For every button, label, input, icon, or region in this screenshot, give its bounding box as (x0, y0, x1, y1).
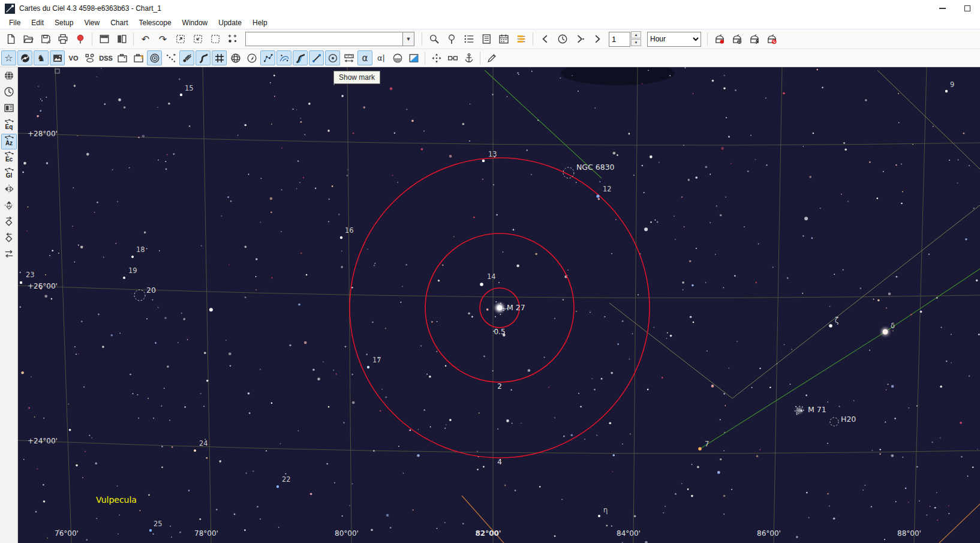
limiting-magnitude-button[interactable] (224, 31, 241, 47)
time-step-unit-select[interactable]: Hour (647, 32, 701, 47)
ccd-exposure-button[interactable] (131, 50, 146, 65)
telescope-track-button[interactable] (746, 31, 762, 47)
ccd-frame-button[interactable] (115, 50, 130, 65)
time-step-decrement[interactable]: ▼ (631, 39, 641, 46)
svg-text:δ: δ (891, 322, 895, 330)
coords-equatorial-button[interactable]: Eq (1, 118, 17, 133)
svg-text:η: η (603, 506, 608, 514)
print-button[interactable] (55, 31, 71, 47)
sky-chart[interactable]: 0.524M 27NGC 6830M 71H202015913121618192… (18, 67, 980, 543)
show-nebula-outlines-button[interactable]: ♞ (34, 50, 49, 65)
named-stars[interactable]: 15913121618192314172422257ζδη (20, 80, 955, 532)
coords-galactic-button[interactable]: Gl (1, 166, 17, 182)
maximize-button[interactable] (955, 0, 980, 17)
menu-telescope[interactable]: Telescope (134, 17, 177, 28)
const-art-icon (279, 53, 290, 64)
coords-alt-azimuth-button[interactable]: Az (1, 134, 17, 149)
night-vision-button[interactable] (406, 50, 421, 65)
edit-chart-button[interactable] (484, 50, 499, 65)
lock-on-object-button[interactable] (445, 50, 460, 65)
coords-ecliptic-button[interactable]: Ec (1, 150, 17, 166)
menu-view[interactable]: View (79, 17, 105, 28)
show-milky-way-fill-button[interactable] (293, 50, 308, 65)
show-planets-button[interactable] (147, 50, 162, 65)
chart-configuration-button[interactable] (1, 101, 17, 117)
edit-labels-button[interactable]: α| (374, 50, 389, 65)
show-nebulae-button[interactable] (17, 50, 32, 65)
zoom-in-selection-button[interactable] (190, 31, 206, 47)
twilight-diagram-button[interactable] (513, 31, 529, 47)
time-set-now-button[interactable] (554, 31, 570, 47)
opaque-horizon-button[interactable] (390, 50, 405, 65)
svg-text:+26°00': +26°00' (28, 282, 58, 290)
show-asteroids-button[interactable] (163, 50, 178, 65)
show-background-images-button[interactable] (50, 50, 65, 65)
show-constellation-lines-button[interactable] (260, 50, 275, 65)
dso-m-71[interactable]: M 71 (795, 405, 826, 415)
calendar-button[interactable] (495, 31, 512, 47)
important-alert-button[interactable] (72, 31, 88, 47)
search-input[interactable] (245, 32, 402, 46)
multi-window-horizontal-button[interactable] (96, 31, 112, 47)
show-object-path-button[interactable] (309, 50, 324, 65)
show-compass-button[interactable] (244, 50, 259, 65)
search-dropdown-arrow[interactable]: ▼ (402, 32, 414, 46)
dso-h20[interactable]: H20 (830, 415, 856, 426)
observatory-position-button[interactable] (443, 31, 459, 47)
minimize-button[interactable] (930, 0, 955, 17)
show-milky-way-button[interactable] (196, 50, 211, 65)
title-bar: Cartes du Ciel 4.3 4598-e6363b63 - Chart… (0, 0, 980, 17)
menu-window[interactable]: Window (177, 17, 214, 28)
redo-button[interactable]: ↷ (155, 31, 171, 47)
save-chart-button[interactable] (37, 31, 53, 47)
menu-update[interactable]: Update (213, 17, 247, 28)
observatory-button[interactable] (1, 69, 17, 85)
swap-chart-button[interactable] (1, 247, 17, 263)
dark-nebula-patch (561, 67, 675, 85)
time-step-value[interactable] (609, 32, 630, 47)
telescope-slew-button[interactable] (729, 31, 745, 47)
show-alt-az-grid-button[interactable] (228, 50, 243, 65)
multi-window-vertical-button[interactable] (113, 31, 130, 47)
object-list-button[interactable] (461, 31, 477, 47)
rotate-counterclockwise-button[interactable] (1, 231, 17, 247)
coord-gl-icon: Gl (3, 167, 15, 181)
menu-help[interactable]: Help (247, 17, 273, 28)
menu-edit[interactable]: Edit (26, 17, 49, 28)
open-chart-button[interactable] (20, 31, 36, 47)
pan-chart-button[interactable] (429, 50, 444, 65)
distance-measurement-button[interactable] (341, 50, 356, 65)
zoom-out-selection-button[interactable] (172, 31, 188, 47)
show-labels-button[interactable]: α (357, 50, 372, 65)
show-comets-button[interactable] (179, 50, 194, 65)
time-step-increment[interactable]: ▲ (631, 31, 641, 38)
mirror-vertical-button[interactable] (1, 199, 17, 214)
time-step-backward-button[interactable] (537, 31, 553, 47)
dso-20[interactable]: 20 (134, 286, 156, 301)
mirror-horizontal-button[interactable] (1, 182, 17, 198)
dso-m-27[interactable]: M 27 (495, 301, 525, 317)
show-stars-button[interactable]: ☆ (1, 50, 16, 65)
search-object-button[interactable] (426, 31, 442, 47)
show-mark-button[interactable] (325, 50, 340, 65)
time-animation-button[interactable] (572, 31, 588, 47)
menu-setup[interactable]: Setup (49, 17, 79, 28)
vo-catalog-shapes-button[interactable] (82, 50, 97, 65)
menu-chart[interactable]: Chart (105, 17, 133, 28)
telescope-connect-button[interactable] (711, 31, 728, 47)
telescope-abort-button[interactable] (763, 31, 780, 47)
observing-list-button[interactable] (478, 31, 494, 47)
show-equatorial-grid-button[interactable] (212, 50, 227, 65)
zoom-in-sel-icon (193, 34, 203, 44)
rectangle-selection-button[interactable] (207, 31, 223, 47)
virtual-observatory-button[interactable]: VO (66, 50, 81, 65)
anchor-chart-button[interactable] (461, 50, 476, 65)
show-constellation-art-button[interactable] (276, 50, 291, 65)
date-time-button[interactable] (1, 85, 17, 101)
undo-button[interactable]: ↶ (137, 31, 154, 47)
new-chart-button[interactable] (2, 31, 19, 47)
dss-image-button[interactable]: DSS (98, 50, 113, 65)
time-step-forward-button[interactable] (589, 31, 605, 47)
menu-file[interactable]: File (4, 17, 26, 28)
rotate-clockwise-button[interactable] (1, 215, 17, 230)
